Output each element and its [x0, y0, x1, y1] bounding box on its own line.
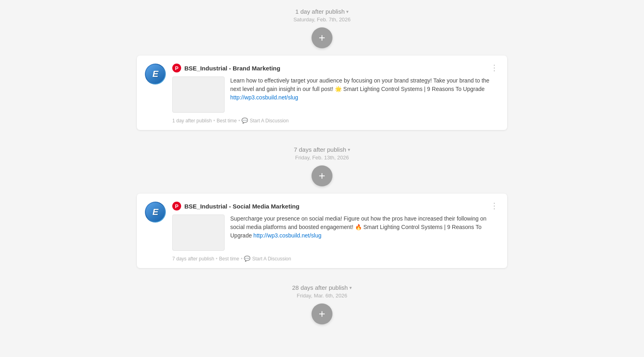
node-date-7days: Friday, Feb. 13th, 2026	[295, 155, 349, 161]
chevron-icon-28days: ▾	[349, 285, 352, 291]
card-wrapper-2: E P BSE_Industrial - Social Media Market…	[137, 190, 507, 276]
timeline-node-1day: 1 day after publish ▾ Saturday, Feb. 7th…	[137, 0, 507, 52]
card-menu-button-1[interactable]: ⋮	[488, 62, 501, 73]
add-button-7days[interactable]: +	[312, 165, 332, 186]
pinterest-icon-1: P	[172, 64, 181, 72]
node-label-1day: 1 day after publish ▾	[295, 8, 349, 15]
card-header-2: P BSE_Industrial - Social Media Marketin…	[172, 202, 499, 210]
chevron-icon-7days: ▾	[348, 147, 350, 153]
card-account-name-2: BSE_Industrial - Social Media Marketing	[184, 203, 299, 210]
node-date-1day: Saturday, Feb. 7th, 2026	[293, 17, 351, 23]
node-label-7days: 7 days after publish ▾	[294, 146, 350, 153]
card-content-area-1: Learn how to effectively target your aud…	[172, 76, 499, 113]
card-footer-1: 1 day after publish • Best time • 💬 Star…	[172, 118, 499, 124]
timeline-node-28days: 28 days after publish ▾ Friday, Mar. 6th…	[137, 276, 507, 328]
timeline-node-7days: 7 days after publish ▾ Friday, Feb. 13th…	[137, 138, 507, 190]
pinterest-icon-2: P	[172, 202, 181, 210]
card-link-2[interactable]: http://wp3.cosbuild.net/slug	[254, 232, 322, 239]
card-menu-button-2[interactable]: ⋮	[488, 200, 501, 211]
card-text-1: Learn how to effectively target your aud…	[230, 76, 499, 113]
avatar-2: E	[145, 202, 166, 223]
add-button-28days[interactable]: +	[312, 303, 332, 324]
chat-icon-1: 💬	[242, 118, 248, 124]
card-image-1	[172, 76, 225, 113]
card-content-area-2: Supercharge your presence on social medi…	[172, 215, 499, 251]
chevron-icon-1day: ▾	[346, 9, 349, 14]
card-wrapper-1: E P BSE_Industrial - Brand Marketing Lea…	[137, 52, 507, 138]
card-body-1: P BSE_Industrial - Brand Marketing Learn…	[172, 64, 499, 124]
card-text-2: Supercharge your presence on social medi…	[230, 215, 499, 251]
card-footer-2: 7 days after publish • Best time • 💬 Sta…	[172, 256, 499, 262]
avatar-1: E	[145, 64, 166, 85]
social-card-1: E P BSE_Industrial - Brand Marketing Lea…	[137, 56, 507, 130]
node-date-28days: Friday, Mar. 6th, 2026	[297, 293, 347, 299]
card-header-1: P BSE_Industrial - Brand Marketing	[172, 64, 499, 72]
node-label-28days: 28 days after publish ▾	[292, 284, 352, 291]
card-image-2	[172, 215, 225, 251]
social-card-2: E P BSE_Industrial - Social Media Market…	[137, 194, 507, 268]
add-button-1day[interactable]: +	[312, 27, 332, 48]
card-link-1[interactable]: http://wp3.cosbuild.net/slug	[230, 94, 298, 101]
chat-icon-2: 💬	[244, 256, 250, 262]
card-body-2: P BSE_Industrial - Social Media Marketin…	[172, 202, 499, 262]
card-account-name-1: BSE_Industrial - Brand Marketing	[184, 65, 280, 72]
